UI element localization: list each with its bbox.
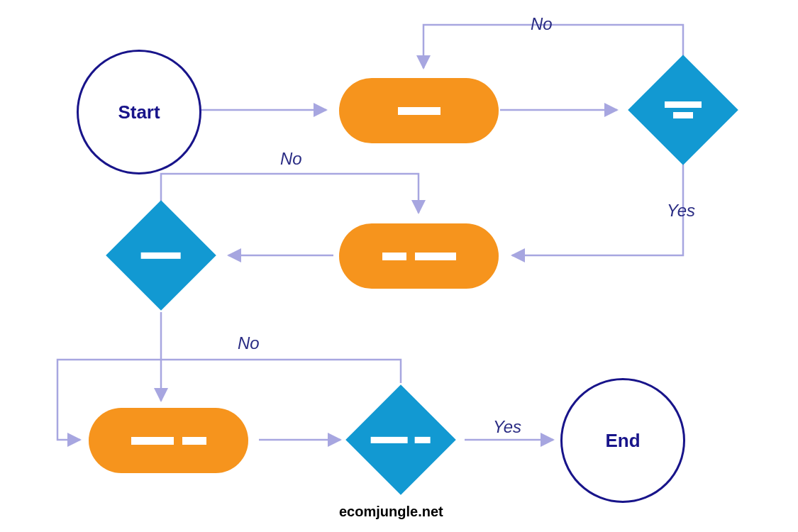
edge-label-d3-no: No — [238, 333, 260, 353]
edge-label-d2-no: No — [280, 149, 302, 169]
flowchart-canvas: Start — [0, 0, 798, 532]
end-node: End — [560, 378, 685, 503]
edge-label-d1-no: No — [531, 14, 553, 34]
attribution-text: ecomjungle.net — [339, 504, 443, 520]
decision-node-1 — [644, 71, 722, 149]
decision-node-2 — [122, 216, 200, 294]
start-node-label: Start — [118, 101, 160, 123]
edge-label-d3-yes: Yes — [493, 417, 521, 437]
process-node-3 — [89, 408, 248, 473]
process-node-2 — [339, 223, 499, 289]
process-node-1 — [339, 78, 499, 143]
end-node-label: End — [605, 430, 640, 452]
decision-node-3 — [362, 401, 440, 479]
edge-label-d1-yes: Yes — [667, 201, 695, 221]
start-node: Start — [77, 50, 201, 174]
